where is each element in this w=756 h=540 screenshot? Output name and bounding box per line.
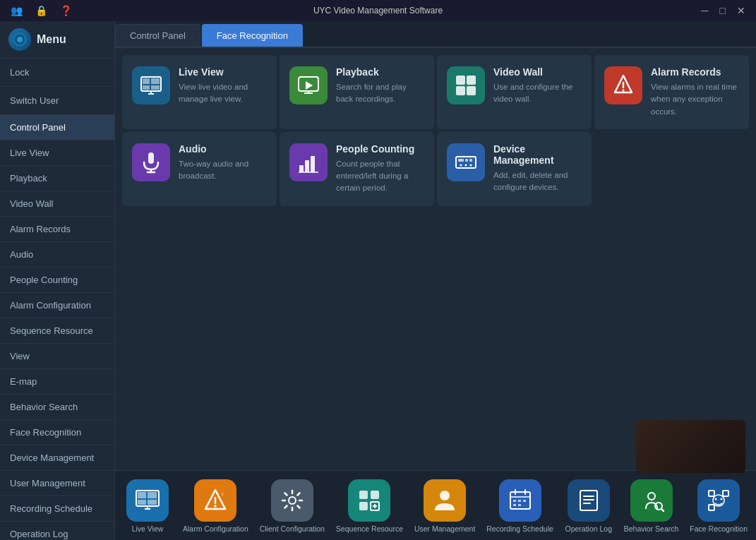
- svg-rect-20: [148, 152, 154, 164]
- card-title-alarm-records: Alarm Records: [651, 66, 739, 78]
- svg-rect-24: [305, 160, 309, 172]
- icon-item-alarm-config[interactable]: ! Alarm Configuration: [179, 476, 253, 536]
- svg-rect-35: [138, 492, 146, 498]
- card-device-management[interactable]: Device Management Add, edit, delete and …: [437, 132, 592, 206]
- titlebar: 👥 🔒 ❓ UYC Video Management Software ─ □ …: [0, 0, 756, 21]
- svg-rect-5: [151, 78, 160, 84]
- card-text-device-management: Device Management Add, edit, delete and …: [493, 143, 582, 194]
- icon-label-live-view: Live View: [132, 524, 164, 533]
- sidebar-item-control-panel[interactable]: Control Panel: [0, 115, 114, 140]
- sidebar-item-device-management[interactable]: Device Management: [0, 445, 114, 471]
- icon-item-client-config[interactable]: Client Configuration: [256, 476, 329, 536]
- card-desc-people-counting: Count people that entered/left during a …: [336, 158, 424, 195]
- card-alarm-records[interactable]: Alarm Records View alarms in real time w…: [594, 55, 749, 129]
- sidebar-item-operation-log[interactable]: Operation Log: [0, 522, 114, 540]
- card-desc-playback: Search for and play back recordings.: [336, 81, 424, 106]
- sidebar-item-playback[interactable]: Playback: [0, 166, 114, 191]
- sidebar-item-sequence-resource[interactable]: Sequence Resource: [0, 318, 114, 344]
- sidebar: Menu Lock Switch User Control Panel Live…: [0, 21, 115, 540]
- sidebar-menu-title: Menu: [37, 33, 66, 46]
- card-audio[interactable]: Audio Two-way audio and broadcast.: [122, 132, 277, 206]
- card-desc-video-wall: Use and configure the video wall.: [493, 81, 582, 106]
- icon-label-operation-log: Operation Log: [565, 524, 612, 533]
- icon-label-recording-schedule: Recording Schedule: [486, 524, 553, 533]
- sidebar-item-video-wall[interactable]: Video Wall: [0, 191, 114, 217]
- icon-item-behavior-search[interactable]: Behavior Search: [620, 476, 683, 536]
- sidebar-item-view[interactable]: View: [0, 344, 114, 369]
- minimize-button[interactable]: ─: [698, 4, 712, 18]
- icon-bar: Live View ! Alarm Configuration Client C…: [115, 470, 756, 540]
- icon-label-alarm-config: Alarm Configuration: [183, 524, 248, 533]
- sidebar-item-alarm-records[interactable]: Alarm Records: [0, 217, 114, 242]
- card-playback[interactable]: Playback Search for and play back record…: [280, 55, 434, 129]
- card-title-audio: Audio: [179, 143, 267, 155]
- card-text-audio: Audio Two-way audio and broadcast.: [179, 143, 267, 183]
- svg-point-33: [470, 164, 472, 166]
- icon-item-user-management[interactable]: User Management: [410, 476, 479, 536]
- svg-rect-6: [143, 85, 150, 90]
- svg-rect-14: [456, 76, 465, 85]
- tab-face-recognition[interactable]: Face Recognition: [202, 24, 303, 47]
- icon-box-operation-log: [568, 479, 610, 522]
- svg-point-73: [715, 498, 717, 500]
- titlebar-icon-help[interactable]: ❓: [56, 4, 76, 18]
- icon-box-user-management: [424, 479, 466, 522]
- sidebar-item-e-map[interactable]: E-map: [0, 369, 114, 395]
- svg-rect-4: [143, 78, 150, 84]
- sidebar-item-live-view[interactable]: Live View: [0, 140, 114, 166]
- sidebar-item-lock[interactable]: Lock: [0, 59, 114, 87]
- icon-box-alarm-config: !: [194, 479, 236, 522]
- card-video-wall[interactable]: Video Wall Use and configure the video w…: [437, 55, 592, 129]
- sidebar-item-switch-user[interactable]: Switch User: [0, 87, 114, 115]
- sidebar-item-recording-schedule[interactable]: Recording Schedule: [0, 496, 114, 522]
- svg-rect-15: [467, 76, 476, 85]
- card-text-playback: Playback Search for and play back record…: [336, 66, 424, 106]
- icon-label-behavior-search: Behavior Search: [624, 524, 679, 533]
- svg-point-52: [440, 491, 450, 500]
- icon-item-face-recognition[interactable]: Face Recognition: [685, 476, 752, 536]
- icon-box-behavior-search: [630, 479, 673, 522]
- svg-rect-17: [467, 86, 476, 95]
- svg-rect-30: [469, 159, 472, 162]
- icon-item-recording-schedule[interactable]: Recording Schedule: [482, 476, 557, 536]
- sidebar-item-audio[interactable]: Audio: [0, 242, 114, 268]
- titlebar-icon-users[interactable]: 👥: [7, 4, 26, 18]
- sidebar-header: Menu: [0, 21, 114, 59]
- card-icon-playback: [289, 66, 328, 104]
- maximize-button[interactable]: □: [716, 4, 729, 18]
- icon-label-face-recognition: Face Recognition: [690, 524, 748, 533]
- svg-rect-69: [709, 491, 714, 496]
- icon-item-operation-log[interactable]: Operation Log: [560, 476, 617, 536]
- card-title-people-counting: People Counting: [336, 143, 424, 155]
- svg-rect-57: [513, 500, 516, 502]
- icon-label-sequence-resource: Sequence Resource: [336, 524, 403, 533]
- card-icon-audio: [132, 143, 170, 181]
- sidebar-item-face-recognition[interactable]: Face Recognition: [0, 420, 114, 445]
- svg-point-45: [289, 497, 296, 504]
- close-button[interactable]: ✕: [733, 4, 749, 18]
- icon-item-live-view[interactable]: Live View: [119, 476, 176, 536]
- card-live-view[interactable]: Live View View live video and manage liv…: [122, 55, 277, 129]
- svg-point-74: [721, 498, 723, 500]
- svg-point-42: [215, 505, 217, 508]
- sidebar-item-user-management[interactable]: User Management: [0, 471, 114, 496]
- svg-rect-46: [359, 491, 368, 499]
- svg-rect-47: [371, 491, 379, 499]
- sidebar-item-people-counting[interactable]: People Counting: [0, 268, 114, 293]
- card-desc-alarm-records: View alarms in real time when any except…: [651, 81, 739, 118]
- svg-marker-11: [306, 81, 313, 90]
- svg-point-32: [465, 164, 467, 166]
- card-title-video-wall: Video Wall: [493, 66, 582, 78]
- svg-rect-48: [359, 502, 368, 510]
- tab-control-panel[interactable]: Control Panel: [115, 24, 200, 47]
- titlebar-icon-lock[interactable]: 🔒: [32, 4, 51, 18]
- svg-rect-70: [723, 491, 728, 496]
- card-desc-audio: Two-way audio and broadcast.: [179, 158, 267, 183]
- card-people-counting[interactable]: People Counting Count people that entere…: [280, 132, 434, 206]
- sidebar-item-behavior-search[interactable]: Behavior Search: [0, 395, 114, 420]
- card-desc-device-management: Add, edit, delete and configure devices.: [493, 169, 582, 194]
- svg-rect-37: [138, 500, 146, 505]
- card-text-alarm-records: Alarm Records View alarms in real time w…: [651, 66, 739, 118]
- icon-item-sequence-resource[interactable]: Sequence Resource: [332, 476, 407, 536]
- sidebar-item-alarm-configuration[interactable]: Alarm Configuration: [0, 293, 114, 318]
